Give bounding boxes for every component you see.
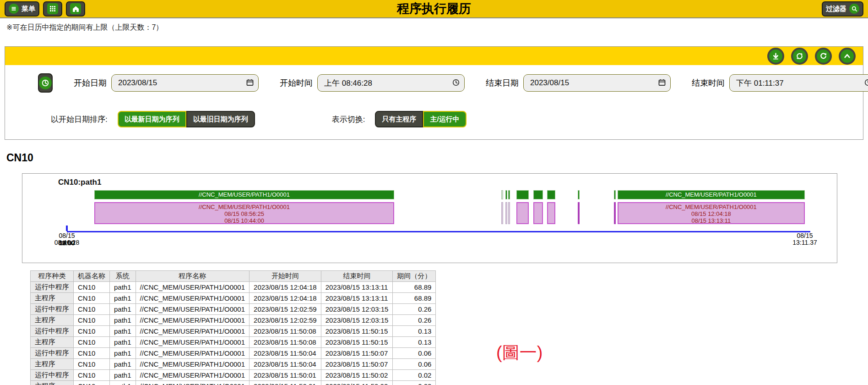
table-cell: 2023/08/15 12:04:18 xyxy=(250,282,321,293)
period-limit-note: ※可在日历中指定的期间有上限（上限天数：7） xyxy=(0,18,868,36)
table-cell: //CNC_MEM/USER/PATH1/O0001 xyxy=(136,326,250,337)
refresh-button[interactable] xyxy=(815,48,832,65)
gantt-bar-main-program xyxy=(547,190,555,199)
table-cell: 2023/08/15 12:02:59 xyxy=(250,315,321,326)
table-cell: path1 xyxy=(110,282,136,293)
gantt-bar-main-program xyxy=(505,190,507,199)
table-header-cell: 系统 xyxy=(110,271,136,282)
table-row: 主程序CN10path1//CNC_MEM/USER/PATH1/O000120… xyxy=(31,359,436,370)
apps-grid-button[interactable] xyxy=(43,1,62,16)
table-cell: 68.89 xyxy=(393,282,436,293)
table-row: 主程序CN10path1//CNC_MEM/USER/PATH1/O000120… xyxy=(31,381,436,385)
table-cell: 2023/08/15 11:50:08 xyxy=(250,337,321,348)
table-cell: 运行中程序 xyxy=(31,326,74,337)
gantt-bar-running-program xyxy=(578,202,580,224)
display-main-only-button[interactable]: 只有主程序 xyxy=(375,111,423,127)
end-date-label: 结束日期 xyxy=(486,77,519,88)
filter-body: 开始日期 开始时间 结束日期 xyxy=(5,65,863,139)
table-cell: 2023/08/15 11:50:02 xyxy=(321,370,393,381)
table-header-cell: 结束时间 xyxy=(321,271,393,282)
panel-toolbar xyxy=(5,47,863,65)
table-header-cell: 机器名称 xyxy=(74,271,110,282)
axis-end-label: 08/1508:46.28 xyxy=(54,232,80,246)
home-button[interactable] xyxy=(66,1,85,16)
main-program-bar-row: //CNC_MEM/USER/PATH1/O0001//CNC_MEM/USER… xyxy=(67,190,805,199)
machine-name-heading: CN10 xyxy=(6,152,868,164)
figure-annotation: (圖一) xyxy=(496,341,542,364)
gantt-bar-label: 08/15 13:13:11 xyxy=(618,217,804,224)
display-button-group: 只有主程序 主/运行中 xyxy=(375,111,466,127)
table-cell: 2023/08/15 11:50:01 xyxy=(250,381,321,385)
table-cell: 主程序 xyxy=(31,315,74,326)
table-cell: 2023/08/15 11:50:08 xyxy=(250,326,321,337)
sync-button[interactable] xyxy=(791,48,808,65)
table-cell: 2023/08/15 13:13:11 xyxy=(321,293,393,304)
gantt-bar-running-program: //CNC_MEM/USER/PATH1/O000108/15 08:56:25… xyxy=(94,202,394,224)
sort-oldest-button[interactable]: 以最旧日期为序列 xyxy=(186,111,255,127)
gantt-bar-label: 08/15 08:56:25 xyxy=(95,210,393,217)
table-cell: //CNC_MEM/USER/PATH1/O0001 xyxy=(136,304,250,315)
filter-button[interactable]: 过滤器 xyxy=(822,1,863,16)
gantt-bar-running-program xyxy=(516,202,529,224)
start-date-label: 开始日期 xyxy=(74,77,107,88)
gantt-bar-label: 08/15 10:44:00 xyxy=(95,217,393,224)
table-cell: 运行中程序 xyxy=(31,370,74,381)
gantt-bar-running-program xyxy=(505,202,507,224)
table-cell: CN10 xyxy=(74,293,110,304)
start-time-input[interactable] xyxy=(317,74,465,92)
execution-timeline-chart: CN10:path1 //CNC_MEM/USER/PATH1/O0001//C… xyxy=(22,173,837,263)
gantt-bar-running-program xyxy=(614,202,616,224)
table-cell: 2023/08/15 11:50:15 xyxy=(321,337,393,348)
table-cell: 2023/08/15 11:50:07 xyxy=(321,348,393,359)
display-main-running-button[interactable]: 主/运行中 xyxy=(423,111,466,127)
quick-time-button[interactable] xyxy=(38,73,53,93)
table-cell: 0.02 xyxy=(393,381,436,385)
table-cell: 68.89 xyxy=(393,293,436,304)
sort-display-row: 以开始日期排序: 以最新日期为序列 以最旧日期为序列 表示切换: 只有主程序 主… xyxy=(12,111,856,127)
menu-button[interactable]: 菜单 xyxy=(5,1,39,16)
gantt-bar-running-program xyxy=(533,202,543,224)
menu-button-label: 菜单 xyxy=(22,5,35,13)
table-cell: 0.02 xyxy=(393,370,436,381)
table-cell: 2023/08/15 11:50:04 xyxy=(250,359,321,370)
table-header-row: 程序种类机器名称系统程序名称开始时间结束时间期间（分） xyxy=(31,271,436,282)
table-header-cell: 期间（分） xyxy=(393,271,436,282)
end-time-label: 结束时间 xyxy=(692,77,725,88)
gantt-bar-label: 08/15 12:04:18 xyxy=(618,210,804,217)
table-cell: CN10 xyxy=(74,315,110,326)
end-date-input[interactable] xyxy=(523,74,671,92)
table-cell: CN10 xyxy=(74,370,110,381)
table-cell: CN10 xyxy=(74,282,110,293)
table-cell: CN10 xyxy=(74,359,110,370)
table-cell: 0.26 xyxy=(393,304,436,315)
sort-newest-button[interactable]: 以最新日期为序列 xyxy=(118,111,186,127)
collapse-panel-button[interactable] xyxy=(839,48,856,65)
table-cell: //CNC_MEM/USER/PATH1/O0001 xyxy=(136,359,250,370)
table-cell: 0.06 xyxy=(393,359,436,370)
filter-panel: 开始日期 开始时间 结束日期 xyxy=(5,46,863,140)
table-row: 运行中程序CN10path1//CNC_MEM/USER/PATH1/O0001… xyxy=(31,304,436,315)
table-cell: 2023/08/15 11:50:02 xyxy=(321,381,393,385)
table-cell: CN10 xyxy=(74,348,110,359)
table-cell: 2023/08/15 12:04:18 xyxy=(250,293,321,304)
table-cell: path1 xyxy=(110,381,136,385)
table-cell: 2023/08/15 11:50:04 xyxy=(250,348,321,359)
gantt-bar-label: //CNC_MEM/USER/PATH1/O0001 xyxy=(95,204,393,210)
table-cell: 2023/08/15 11:50:15 xyxy=(321,326,393,337)
gantt-bar-main-program: //CNC_MEM/USER/PATH1/O0001 xyxy=(94,190,394,199)
table-row: 主程序CN10path1//CNC_MEM/USER/PATH1/O000120… xyxy=(31,337,436,348)
table-cell: //CNC_MEM/USER/PATH1/O0001 xyxy=(136,348,250,359)
gantt-bar-main-program: //CNC_MEM/USER/PATH1/O0001 xyxy=(618,190,805,199)
start-date-input[interactable] xyxy=(111,74,259,92)
table-header-cell: 程序种类 xyxy=(31,271,74,282)
table-cell: path1 xyxy=(110,370,136,381)
table-cell: 主程序 xyxy=(31,359,74,370)
table-cell: 运行中程序 xyxy=(31,304,74,315)
download-button[interactable] xyxy=(767,48,784,65)
gantt-bar-running-program xyxy=(501,202,503,224)
grid-icon xyxy=(47,3,58,14)
table-cell: path1 xyxy=(110,315,136,326)
end-time-input[interactable] xyxy=(729,74,868,92)
gantt-bar-running-program: //CNC_MEM/USER/PATH1/O000108/15 12:04:18… xyxy=(618,202,805,224)
hamburger-icon xyxy=(9,4,19,14)
